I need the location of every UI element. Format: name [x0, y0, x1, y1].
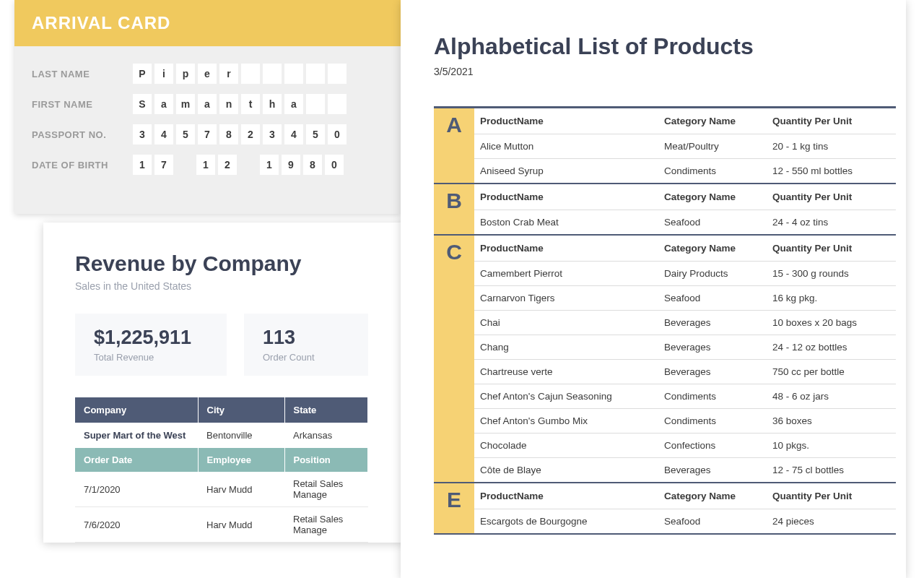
char-box: 1 — [196, 155, 215, 175]
last-name-boxes: Piper — [133, 64, 346, 84]
product-row: Escargots de BourgogneSeafood24 pieces — [474, 509, 896, 533]
col-order-date: Order Date — [75, 448, 198, 472]
product-cell: Condiments — [658, 159, 767, 183]
letter-cell: C — [434, 236, 474, 482]
product-row: Chef Anton's Gumbo MixCondiments36 boxes — [474, 409, 896, 434]
product-row: ChaiBeverages10 boxes x 20 bags — [474, 311, 896, 335]
passport-label: PASSPORT NO. — [32, 129, 133, 140]
product-cell: Escargots de Bourgogne — [474, 509, 658, 533]
char-box: 2 — [241, 124, 260, 144]
product-row: Chef Anton's Cajun SeasoningCondiments48… — [474, 384, 896, 409]
product-row: Boston Crab MeatSeafood24 - 4 oz tins — [474, 210, 896, 234]
revenue-table: Company City State Super Mart of the Wes… — [75, 397, 368, 543]
product-cell: Beverages — [658, 311, 767, 335]
product-cell: Chang — [474, 335, 658, 359]
product-header-cell: Category Name — [658, 236, 767, 261]
revenue-inner-cell: Retail Sales Manage — [284, 507, 368, 543]
char-box — [306, 94, 325, 114]
product-cell: 36 boxes — [767, 409, 896, 433]
product-cell: 48 - 6 oz jars — [767, 384, 896, 408]
revenue-outer-header-row: Company City State — [75, 397, 368, 423]
char-box — [263, 64, 282, 84]
revenue-stats: $1,225,911 Total Revenue 113 Order Count — [75, 314, 368, 376]
product-header-cell: ProductName — [474, 236, 658, 261]
product-list-date: 3/5/2021 — [434, 66, 899, 77]
letter-body: ProductNameCategory NameQuantity Per Uni… — [474, 108, 896, 183]
col-city: City — [198, 397, 284, 423]
char-box: 5 — [306, 124, 325, 144]
dob-day-boxes: 17 — [133, 155, 173, 175]
product-header-cell: Quantity Per Unit — [767, 483, 896, 509]
char-box — [328, 94, 346, 114]
dob-row: DATE OF BIRTH 17 12 1980 — [32, 155, 383, 175]
char-box: a — [284, 94, 303, 114]
product-list-card: Alphabetical List of Products 3/5/2021 A… — [401, 0, 906, 578]
arrival-card: ARRIVAL CARD LAST NAME Piper FIRST NAME … — [14, 0, 401, 214]
product-cell: Beverages — [658, 458, 767, 482]
product-cell: Condiments — [658, 409, 767, 433]
letter-body: ProductNameCategory NameQuantity Per Uni… — [474, 184, 896, 234]
product-cell: Carnarvon Tigers — [474, 286, 658, 310]
product-cell: 750 cc per bottle — [767, 360, 896, 384]
product-row: Camembert PierrotDairy Products15 - 300 … — [474, 262, 896, 286]
char-box: P — [133, 64, 152, 84]
char-box: 8 — [303, 155, 322, 175]
product-list-title: Alphabetical List of Products — [434, 33, 899, 60]
char-box: 7 — [154, 155, 173, 175]
char-box: p — [176, 64, 195, 84]
product-cell: Confections — [658, 434, 767, 457]
revenue-inner-cell: 7/1/2020 — [75, 472, 198, 507]
letter-section: AProductNameCategory NameQuantity Per Un… — [434, 108, 896, 184]
product-header-cell: Category Name — [658, 108, 767, 134]
col-company: Company — [75, 397, 198, 423]
char-box: 5 — [176, 124, 195, 144]
passport-row: PASSPORT NO. 3457823450 — [32, 124, 383, 144]
total-revenue-label: Total Revenue — [94, 352, 208, 363]
product-cell: Chef Anton's Gumbo Mix — [474, 409, 658, 433]
revenue-inner-cell: Harv Mudd — [198, 472, 284, 507]
product-cell: Condiments — [658, 384, 767, 408]
product-row: Carnarvon TigersSeafood16 kg pkg. — [474, 286, 896, 311]
product-cell: 12 - 550 ml bottles — [767, 159, 896, 183]
letter-cell: B — [434, 184, 474, 234]
col-position: Position — [284, 448, 368, 472]
product-header-cell: ProductName — [474, 184, 658, 210]
char-box: i — [154, 64, 173, 84]
product-table: AProductNameCategory NameQuantity Per Un… — [434, 106, 896, 535]
col-employee: Employee — [198, 448, 284, 472]
product-header-cell: Category Name — [658, 184, 767, 210]
product-header-row: ProductNameCategory NameQuantity Per Uni… — [474, 483, 896, 509]
letter-cell: A — [434, 108, 474, 183]
char-box: 2 — [218, 155, 237, 175]
char-box — [284, 64, 303, 84]
product-cell: 10 boxes x 20 bags — [767, 311, 896, 335]
arrival-card-body: LAST NAME Piper FIRST NAME Samantha PASS… — [14, 46, 401, 214]
letter-section: CProductNameCategory NameQuantity Per Un… — [434, 236, 896, 483]
product-cell: Chartreuse verte — [474, 360, 658, 384]
letter-cell: E — [434, 483, 474, 533]
company-state-cell: Arkansas — [284, 423, 368, 448]
dob-year-boxes: 1980 — [260, 155, 344, 175]
dob-label: DATE OF BIRTH — [32, 160, 133, 171]
char-box: 4 — [154, 124, 173, 144]
product-header-cell: Quantity Per Unit — [767, 108, 896, 134]
product-cell: Beverages — [658, 335, 767, 359]
product-cell: Seafood — [658, 210, 767, 234]
char-box — [241, 64, 260, 84]
last-name-row: LAST NAME Piper — [32, 64, 383, 84]
product-row: Chartreuse verteBeverages750 cc per bott… — [474, 360, 896, 384]
product-cell: 16 kg pkg. — [767, 286, 896, 310]
revenue-inner-cell: 7/6/2020 — [75, 507, 198, 543]
product-cell: 12 - 75 cl bottles — [767, 458, 896, 482]
product-cell: Boston Crab Meat — [474, 210, 658, 234]
company-city-cell: Bentonville — [198, 423, 284, 448]
product-cell: Dairy Products — [658, 262, 767, 285]
letter-body: ProductNameCategory NameQuantity Per Uni… — [474, 236, 896, 482]
product-header-row: ProductNameCategory NameQuantity Per Uni… — [474, 184, 896, 210]
revenue-inner-row: 7/1/2020Harv MuddRetail Sales Manage — [75, 472, 368, 507]
char-box: n — [219, 94, 238, 114]
order-count-label: Order Count — [263, 352, 349, 363]
product-row: Côte de BlayeBeverages12 - 75 cl bottles — [474, 458, 896, 482]
letter-section: BProductNameCategory NameQuantity Per Un… — [434, 184, 896, 236]
product-cell: 24 pieces — [767, 509, 896, 533]
